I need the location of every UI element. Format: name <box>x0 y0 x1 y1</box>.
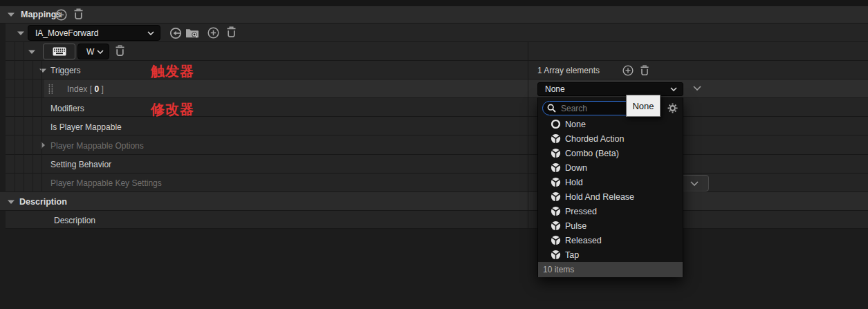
details-panel: Mappings IA_MoveForward W <box>0 0 868 309</box>
indent-guide <box>33 61 33 192</box>
index-label-suffix: ] <box>101 84 103 94</box>
modifiers-row <box>6 98 868 117</box>
element-options-chevron[interactable] <box>693 86 701 91</box>
setting-behavior-label: Setting Behavior <box>50 160 111 169</box>
drag-handle-icon[interactable] <box>48 84 54 94</box>
trigger-option-label: Released <box>565 236 602 245</box>
mappings-expander-icon[interactable] <box>7 12 15 17</box>
trigger-option-label: Chorded Action <box>565 134 624 144</box>
description-expander-icon[interactable] <box>7 199 15 205</box>
triggers-annotation: 触发器 <box>151 62 194 81</box>
input-action-value: IA_MoveForward <box>28 28 147 38</box>
player-mappable-options-label: Player Mappable Options <box>50 141 144 151</box>
triggers-expander-icon[interactable] <box>39 68 47 73</box>
player-mappable-key-settings-label: Player Mappable Key Settings <box>50 178 162 188</box>
top-strip <box>0 0 868 6</box>
add-key-binding-button[interactable] <box>207 27 219 39</box>
trigger-option-label: Pressed <box>565 207 597 216</box>
key-expander-icon[interactable] <box>28 49 36 55</box>
class-sphere-icon <box>551 148 561 158</box>
description-label: Description <box>54 216 95 225</box>
delete-action-trash-button[interactable] <box>226 26 237 38</box>
modifiers-annotation: 修改器 <box>151 100 194 119</box>
chevron-down-icon <box>97 50 104 54</box>
none-circle-icon <box>551 119 561 129</box>
add-mapping-button[interactable] <box>55 9 67 21</box>
description-category-label: Description <box>19 197 67 207</box>
column-splitter[interactable] <box>528 42 528 229</box>
trigger-option-label: Hold And Release <box>565 192 634 202</box>
index-label-prefix: Index [ <box>67 84 92 94</box>
description-row <box>6 211 868 229</box>
item-count-footer: 10 items <box>538 262 683 277</box>
indent-guide <box>24 42 24 192</box>
delete-key-trash-button[interactable] <box>115 45 125 57</box>
mappings-category-row <box>0 6 868 24</box>
class-sphere-icon <box>551 191 561 202</box>
class-sphere-icon <box>551 177 561 187</box>
index-value: 0 <box>94 84 99 94</box>
array-elements-summary: 1 Array elements <box>537 66 600 75</box>
settings-gear-button[interactable] <box>667 102 678 114</box>
trigger-option[interactable]: Chorded Action <box>538 131 683 146</box>
trigger-option[interactable]: Pressed <box>538 204 683 218</box>
trigger-option-label: Pulse <box>565 221 587 231</box>
tooltip: None <box>626 95 661 117</box>
chevron-down-icon <box>147 31 154 35</box>
class-sphere-icon <box>551 235 561 245</box>
trigger-option[interactable]: Pulse <box>538 218 683 233</box>
use-selected-asset-button[interactable] <box>169 27 182 39</box>
clear-array-trash-button[interactable] <box>640 65 649 76</box>
trigger-option-label: Tap <box>565 250 579 260</box>
trigger-option-label: Combo (Beta) <box>565 149 619 158</box>
description-category-row <box>0 192 868 211</box>
modifiers-label: Modifiers <box>50 104 84 113</box>
trigger-option[interactable]: Down <box>538 160 683 175</box>
triggers-row <box>6 61 868 79</box>
chevron-down-icon <box>670 87 677 91</box>
keyboard-icon <box>53 47 66 56</box>
tooltip-text: None <box>632 101 654 111</box>
class-sphere-icon <box>551 250 561 260</box>
trigger-option-label: Down <box>565 163 587 173</box>
trigger-index-row-highlight <box>44 79 868 97</box>
class-sphere-icon <box>551 133 561 144</box>
index-label: Index [ 0 ] <box>67 84 104 94</box>
action-expander-icon[interactable] <box>17 30 25 36</box>
input-action-combobox[interactable]: IA_MoveForward <box>28 25 160 41</box>
class-sphere-icon <box>551 221 561 231</box>
key-binding-row <box>6 42 868 61</box>
indent-guide <box>15 42 15 192</box>
trigger-option-label: Hold <box>565 178 583 187</box>
trigger-type-dropdown-panel: None Chorded Action Combo (Beta) Down Ho… <box>537 97 683 277</box>
trigger-type-combobox[interactable]: None <box>537 82 683 96</box>
trigger-type-selected: None <box>538 84 670 94</box>
chevron-down-icon <box>690 181 699 186</box>
trigger-option[interactable]: Combo (Beta) <box>538 146 683 160</box>
clear-mappings-trash-button[interactable] <box>73 8 84 20</box>
is-player-mappable-row <box>6 117 868 135</box>
indent-guide <box>41 61 42 192</box>
trigger-option-label: None <box>565 120 586 129</box>
key-value: W <box>78 47 97 57</box>
triggers-label: Triggers <box>50 66 81 75</box>
search-icon <box>547 104 556 113</box>
add-array-element-button[interactable] <box>622 65 634 76</box>
trigger-option[interactable]: Tap <box>538 247 683 262</box>
trigger-option[interactable]: None <box>538 117 683 131</box>
key-combobox[interactable]: W <box>77 44 109 59</box>
trigger-option[interactable]: Released <box>538 233 683 247</box>
browse-to-asset-button[interactable] <box>185 28 199 39</box>
setting-behavior-row <box>6 155 868 174</box>
is-player-mappable-label: Is Player Mappable <box>50 122 122 132</box>
class-sphere-icon <box>551 162 561 173</box>
trigger-option[interactable]: Hold <box>538 175 683 189</box>
class-sphere-icon <box>551 206 561 216</box>
trigger-option[interactable]: Hold And Release <box>538 189 683 204</box>
keyboard-select-button[interactable] <box>43 44 75 59</box>
item-count-label: 10 items <box>543 265 574 274</box>
